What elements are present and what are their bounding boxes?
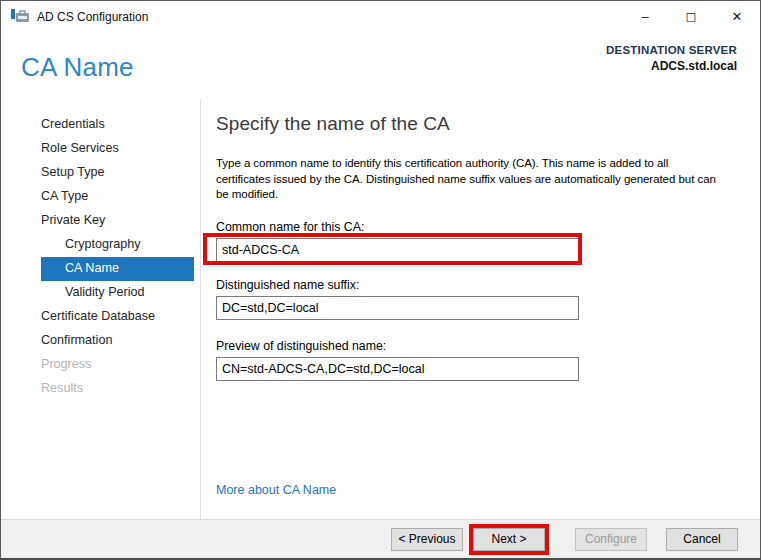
dn-preview-input[interactable] xyxy=(216,357,579,381)
common-name-input[interactable] xyxy=(216,238,579,262)
adcs-toolbox-icon xyxy=(11,9,29,24)
dn-preview-field-wrap xyxy=(216,357,579,381)
sidebar-item-private-key[interactable]: Private Key xyxy=(41,209,194,233)
dn-preview-label: Preview of distinguished name: xyxy=(216,339,740,353)
common-name-label: Common name for this CA: xyxy=(216,220,740,234)
page-title: CA Name xyxy=(21,52,134,83)
dn-suffix-label: Distinguished name suffix: xyxy=(216,278,740,292)
content-heading: Specify the name of the CA xyxy=(216,113,740,135)
destination-server-block: DESTINATION SERVER ADCS.std.local xyxy=(606,44,737,73)
wizard-sidebar: Credentials Role Services Setup Type CA … xyxy=(1,99,201,519)
sidebar-item-ca-name[interactable]: CA Name xyxy=(41,257,194,281)
cancel-button[interactable]: Cancel xyxy=(666,528,738,551)
wizard-steps-list: Credentials Role Services Setup Type CA … xyxy=(41,113,194,401)
sidebar-item-credentials[interactable]: Credentials xyxy=(41,113,194,137)
wizard-footer: < Previous Next > Configure Cancel xyxy=(1,519,760,558)
sidebar-item-certificate-database[interactable]: Certificate Database xyxy=(41,305,194,329)
wizard-header: CA Name DESTINATION SERVER ADCS.std.loca… xyxy=(1,32,760,99)
sidebar-item-progress: Progress xyxy=(41,353,194,377)
content-description: Type a common name to identify this cert… xyxy=(216,156,740,203)
sidebar-item-confirmation[interactable]: Confirmation xyxy=(41,329,194,353)
adcs-configuration-window: AD CS Configuration – ◻ ✕ CA Name DESTIN… xyxy=(0,0,761,560)
sidebar-item-cryptography[interactable]: Cryptography xyxy=(41,233,194,257)
configure-button: Configure xyxy=(575,528,647,551)
next-button[interactable]: Next > xyxy=(473,528,545,551)
sidebar-item-ca-type[interactable]: CA Type xyxy=(41,185,194,209)
wizard-body: Credentials Role Services Setup Type CA … xyxy=(1,99,760,519)
previous-button[interactable]: < Previous xyxy=(391,528,463,551)
window-title: AD CS Configuration xyxy=(37,10,148,24)
sidebar-item-role-services[interactable]: Role Services xyxy=(41,137,194,161)
titlebar: AD CS Configuration – ◻ ✕ xyxy=(1,1,760,32)
sidebar-item-validity-period[interactable]: Validity Period xyxy=(41,281,194,305)
main-content: Specify the name of the CA Type a common… xyxy=(201,99,760,519)
sidebar-item-results: Results xyxy=(41,377,194,401)
minimize-button[interactable]: – xyxy=(622,1,668,32)
window-controls: – ◻ ✕ xyxy=(622,1,760,32)
dn-suffix-input[interactable] xyxy=(216,296,579,320)
more-about-ca-name-link[interactable]: More about CA Name xyxy=(216,483,336,497)
close-button[interactable]: ✕ xyxy=(714,1,760,32)
sidebar-item-setup-type[interactable]: Setup Type xyxy=(41,161,194,185)
destination-server-label: DESTINATION SERVER xyxy=(606,44,737,56)
destination-server-name: ADCS.std.local xyxy=(606,59,737,73)
next-button-wrap: Next > xyxy=(473,528,545,551)
maximize-button[interactable]: ◻ xyxy=(668,1,714,32)
dn-suffix-field-wrap xyxy=(216,296,579,320)
common-name-field-wrap xyxy=(216,238,579,262)
